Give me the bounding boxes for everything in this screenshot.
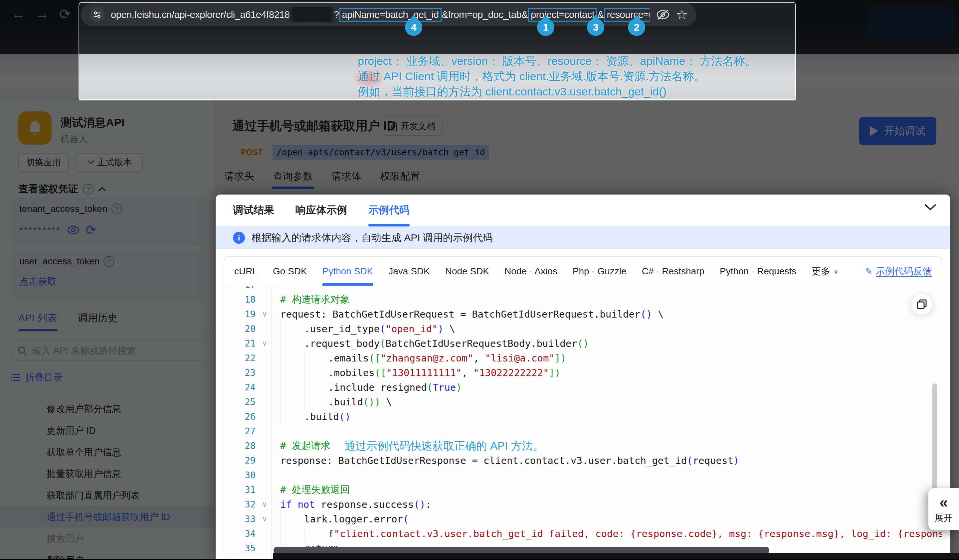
indent-guide [280,380,304,395]
info-banner: i 根据输入的请求体内容，自动生成 API 调用的示例代码 [216,226,950,249]
fold-chevron-icon[interactable]: ∨ [258,512,272,527]
language-tab[interactable]: Node - Axios [505,257,558,286]
indent-guide [304,380,328,395]
fold-chevron-icon[interactable]: ∨ [258,307,272,321]
indent-guide [304,351,328,366]
code-token: ( [427,382,433,393]
code-token: () [640,309,652,320]
code-token: "open_id" [386,323,438,334]
code-token: ) [733,455,739,466]
code-line: 22.emails(["zhangsan@z.com", "lisi@a.com… [224,351,942,366]
info-icon: i [233,232,245,244]
code-line: 21∨.request_body(BatchGetIdUserRequestBo… [224,336,942,351]
language-tab[interactable]: Php - Guzzle [573,257,626,286]
site-settings-icon[interactable] [89,7,105,22]
line-number: 24 [224,380,258,395]
address-bar[interactable]: open.feishu.cn/api-explorer/cli_a61e4f82… [81,3,696,26]
code-token: response: BatchGetIdUserResponse = clien… [280,455,687,466]
fold-gutter [258,286,272,292]
fold-chevron-icon[interactable]: ∨ [258,336,272,351]
indent-guide [304,395,328,409]
line-number: 29 [224,453,258,468]
result-tab[interactable]: 响应体示例 [295,194,347,226]
fold-gutter [258,380,272,395]
code-feedback-link[interactable]: ✎示例代码反馈 [865,265,932,278]
language-tab[interactable]: Python SDK [322,257,373,286]
indent-guide [304,527,328,541]
code-text: f"client.contact.v3.user.batch_get_id fa… [272,527,942,541]
code-token [292,499,298,510]
code-token: ()) [363,396,380,408]
url-param: &from=op_doc_tab [442,9,521,20]
code-token: .include_resigned [328,382,427,393]
fold-gutter [258,424,272,439]
more-languages-dropdown[interactable]: 更多 [812,257,838,286]
code-line: 26.build() [224,409,942,424]
result-tab[interactable]: 示例代码 [368,194,409,226]
code-text: .include_resigned(True) [272,380,942,395]
code-token: # 处理失败返回 [280,483,350,496]
url-text: open.feishu.cn/api-explorer/cli_a61e4f82… [111,7,650,22]
fold-gutter [258,292,272,307]
code-token: request: BatchGetIdUserRequest = BatchGe… [280,309,640,320]
language-tab[interactable]: cURL [234,257,258,286]
code-token: , [473,353,485,364]
line-number: 21 [224,336,258,351]
code-token: .build [304,411,339,422]
language-tab[interactable]: Python - Requests [720,257,796,286]
param-pin-3: 3 [587,19,604,36]
callout-line-2: 通过 API Client 调用时，格式为 client.业务域.版本号.资源.… [358,68,756,84]
code-token: .user_id_type [304,323,380,334]
language-tab[interactable]: Node SDK [445,257,489,286]
code-token: request [693,455,733,466]
fold-gutter [258,321,272,336]
line-number: 19 [224,307,258,321]
copy-code-button[interactable] [911,294,932,315]
code-line: 25.build()) \ [224,395,942,409]
indent-guide [280,527,304,541]
fold-gutter [258,453,272,468]
code-token: \ [444,323,455,334]
code-token: "lisi@a.com" [485,353,555,364]
fold-chevron-icon[interactable]: ∨ [258,497,272,512]
double-chevron-left-icon: « [939,495,948,510]
line-number: 17 [224,286,258,292]
url-prefix: open.feishu.cn/api-explorer/cli_a61e4f82… [111,9,290,20]
code-token: not [298,499,315,510]
code-token: lark.logger.error [304,514,403,525]
code-token: .mobiles [328,367,375,379]
expand-button[interactable]: « 展开 [929,488,959,530]
code-token: ) [438,323,444,334]
fold-gutter [258,351,272,366]
bookmark-star-icon[interactable]: ☆ [676,8,688,21]
code-line: 29response: BatchGetIdUserResponse = cli… [224,453,942,468]
code-token: ( [687,455,693,466]
code-text [272,468,942,482]
language-tab[interactable]: Java SDK [388,257,430,286]
result-tab[interactable]: 调试结果 [233,194,274,226]
code-text: request: BatchGetIdUserRequest = BatchGe… [272,307,942,321]
code-area[interactable]: 1718# 构造请求对象19∨request: BatchGetIdUserRe… [224,286,942,559]
tutorial-callout: project： 业务域、version： 版本号、resource： 资源、a… [358,53,756,99]
url-param-highlighted: project=contact [528,8,597,22]
screen: 测试消息API 机器人 切换应用 正式版本 查看鉴权凭证 ? tenan [0,0,959,560]
callout-line-1: project： 业务域、version： 版本号、resource： 资源、a… [358,53,756,68]
code-token: () [577,338,589,349]
code-line: 30 [224,468,942,482]
indent-guide [280,321,304,336]
line-number: 20 [224,321,258,336]
language-tab[interactable]: C# - Restsharp [642,257,704,286]
url-param: & [521,9,528,20]
code-text: response: BatchGetIdUserResponse = clien… [272,453,942,468]
code-token: BatchGetIdUserRequestBody.builder [386,338,577,349]
code-line: 32∨if not response.success(): [224,497,942,512]
eye-off-icon[interactable] [656,9,670,20]
language-tab[interactable]: Go SDK [273,257,307,286]
collapse-panel-icon[interactable] [924,203,937,211]
indent-guide [280,512,304,527]
code-token: ( [403,514,409,525]
code-token: ([ [369,353,380,364]
code-token: () [414,499,425,510]
code-token: ( [380,323,386,334]
line-number: 25 [224,395,258,409]
